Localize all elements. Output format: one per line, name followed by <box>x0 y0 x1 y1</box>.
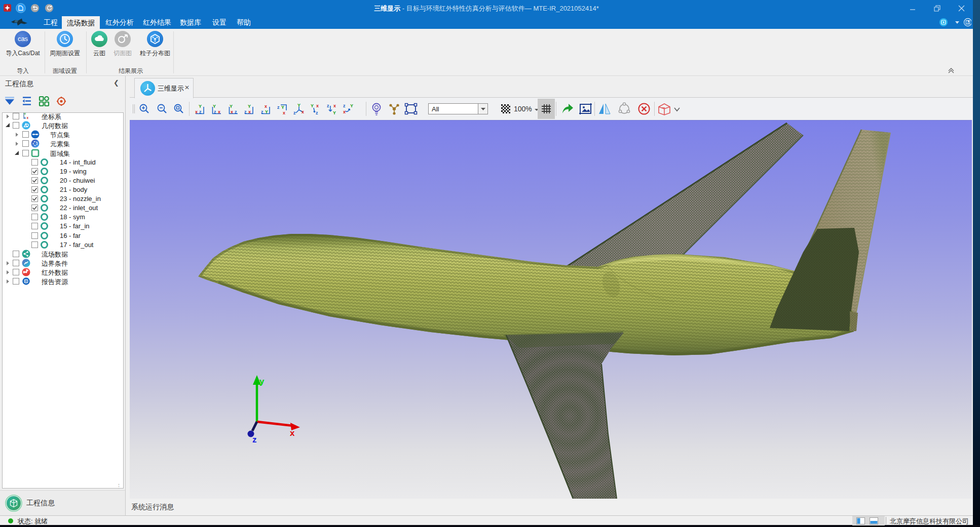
svg-text:z: z <box>327 103 329 108</box>
svg-text:x: x <box>283 110 285 115</box>
svg-text:x: x <box>195 109 198 114</box>
svg-text:z: z <box>252 435 257 444</box>
svg-text:Y: Y <box>350 103 353 108</box>
svg-text:Y: Y <box>297 103 300 108</box>
svg-text:x: x <box>290 428 295 438</box>
svg-text:Y: Y <box>24 112 26 115</box>
svg-text:z: z <box>316 110 318 115</box>
svg-text:z: z <box>244 109 247 114</box>
svg-text:Y: Y <box>281 105 284 110</box>
svg-text:z: z <box>235 109 237 114</box>
svg-text:x: x <box>218 109 220 114</box>
svg-text:Y: Y <box>248 104 251 109</box>
svg-text:x: x <box>265 104 267 109</box>
svg-text:Y: Y <box>230 104 233 109</box>
svg-text:Y: Y <box>199 104 202 109</box>
svg-text:z: z <box>214 109 216 114</box>
svg-text:y: y <box>259 377 265 386</box>
svg-text:z: z <box>343 103 346 108</box>
svg-text:x: x <box>27 116 29 119</box>
svg-text:z: z <box>199 109 202 114</box>
svg-text:x: x <box>333 103 336 108</box>
svg-text:Y: Y <box>213 104 216 109</box>
svg-text:Y: Y <box>311 103 314 108</box>
svg-text:x: x <box>301 109 304 114</box>
svg-text:z: z <box>293 110 296 115</box>
svg-text:Y: Y <box>265 109 268 114</box>
svg-text:z: z <box>24 116 26 119</box>
svg-text:x: x <box>316 103 319 108</box>
svg-text:Y: Y <box>333 110 336 115</box>
svg-text:x: x <box>248 109 251 114</box>
svg-text:z: z <box>261 109 263 114</box>
svg-text:x: x <box>343 109 346 114</box>
svg-text:z: z <box>277 105 280 110</box>
svg-text:x: x <box>231 109 233 114</box>
